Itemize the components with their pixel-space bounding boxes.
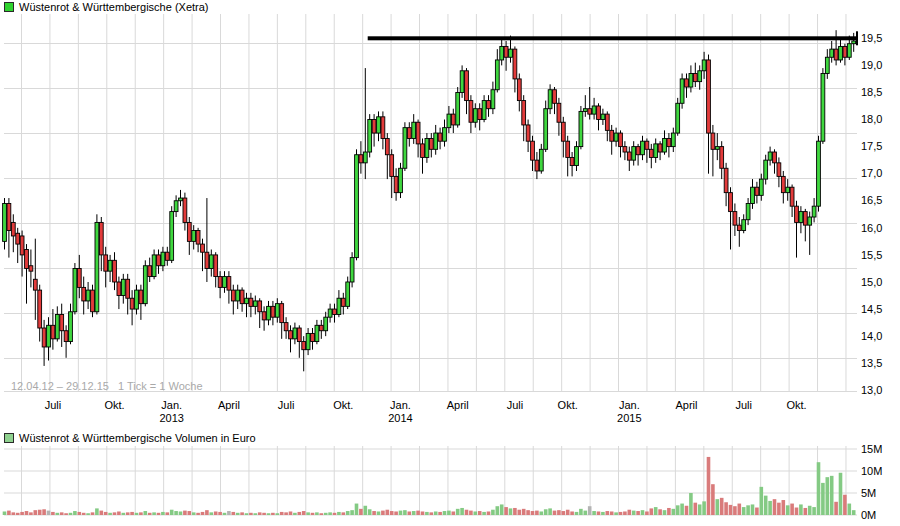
volume-bar [729, 505, 733, 515]
volume-bar [790, 504, 794, 515]
volume-bar [672, 509, 676, 515]
candle-body [773, 152, 777, 163]
volume-bar [311, 513, 315, 515]
candle-body [777, 163, 781, 177]
volume-bar [95, 508, 99, 515]
volume-bar [223, 513, 227, 515]
candle-body [438, 133, 442, 141]
volume-bar [434, 511, 438, 515]
resistance-line [368, 36, 858, 40]
candle-body [258, 301, 262, 312]
volume-bar [645, 511, 649, 515]
candle-body [253, 301, 257, 306]
candle-body [377, 117, 381, 133]
candle-body [372, 120, 376, 134]
candle-body [236, 290, 240, 301]
volume-bar [606, 511, 610, 515]
candle-body [500, 46, 504, 60]
candle-body [412, 122, 416, 138]
volume-bar [284, 512, 288, 515]
candle-body [11, 222, 15, 236]
volume-bar [667, 508, 671, 515]
volume-bar [738, 504, 742, 515]
volume-bar [394, 511, 398, 515]
candle-body [350, 258, 354, 282]
volume-bar [808, 506, 812, 515]
volume-bar [641, 510, 645, 515]
candle-body [284, 323, 288, 331]
candle-body [746, 203, 750, 219]
candle-body [425, 138, 429, 157]
candle-body [117, 282, 121, 296]
volume-bar [122, 513, 126, 515]
volume-bar [654, 507, 658, 515]
candle-body [293, 328, 297, 339]
volume-bar [240, 512, 244, 515]
volume-chart-title: Wüstenrot & Württembergische Volumen in … [19, 432, 256, 444]
candle-body [421, 144, 425, 158]
volume-bar [698, 504, 702, 515]
candle-body [447, 114, 451, 128]
candle-body [575, 147, 579, 166]
candle-body [641, 141, 645, 155]
volume-bar [144, 511, 148, 515]
volume-bar [601, 512, 605, 515]
candle-body [478, 109, 482, 120]
volume-bar [368, 509, 372, 515]
candle-body [302, 342, 306, 350]
volume-bar [174, 511, 178, 515]
candle-body [407, 128, 411, 139]
candle-body [597, 106, 601, 120]
candle-body [821, 73, 825, 141]
candle-body [671, 133, 675, 147]
stock-chart-app: Wüstenrot & Württembergische (Xetra) 12.… [0, 0, 900, 526]
candle-body [20, 236, 24, 255]
volume-bar [676, 505, 680, 515]
candle-body [561, 122, 565, 141]
candle-body [64, 331, 68, 342]
candle-body [403, 128, 407, 169]
candle-body [319, 325, 323, 330]
volume-bar [328, 512, 332, 515]
volume-bar [258, 512, 262, 515]
volume-bar [724, 502, 728, 515]
volume-bar [834, 502, 838, 515]
volume-bar [135, 513, 139, 515]
volume-bar [579, 509, 583, 515]
volume-bar [425, 512, 429, 515]
volume-bar [764, 496, 768, 515]
candle-body [680, 79, 684, 103]
volume-bar [443, 511, 447, 515]
candle-body [737, 225, 741, 230]
candle-body [262, 312, 266, 320]
volume-bar [108, 513, 112, 515]
time-axis-year-label: 2014 [373, 412, 429, 424]
candle-body [385, 138, 389, 154]
time-axis-label: Okt. [540, 399, 596, 411]
volume-bar [350, 510, 354, 515]
volume-bar [69, 513, 73, 515]
volume-bar [843, 495, 847, 515]
candle-body [469, 101, 473, 123]
volume-bar [47, 511, 51, 515]
time-axis-year-label: 2015 [601, 412, 657, 424]
volume-bar [271, 513, 275, 515]
candle-body [55, 314, 59, 338]
volume-bar [210, 512, 214, 515]
candle-body [495, 60, 499, 90]
price-axis-label: 17,0 [861, 167, 882, 179]
candle-body [460, 71, 464, 93]
volume-bar [720, 498, 724, 515]
candle-body [623, 147, 627, 152]
candle-body [579, 111, 583, 146]
candle-body [839, 46, 843, 60]
candle-body [394, 176, 398, 192]
candle-body [337, 298, 341, 314]
volume-axis-label: 0M [861, 509, 876, 521]
volume-bar [104, 512, 108, 515]
volume-bar [381, 511, 385, 515]
volume-bar [188, 511, 192, 515]
volume-bar [267, 513, 271, 515]
candle-body [205, 252, 209, 268]
time-axis-label: Juli [487, 399, 543, 411]
